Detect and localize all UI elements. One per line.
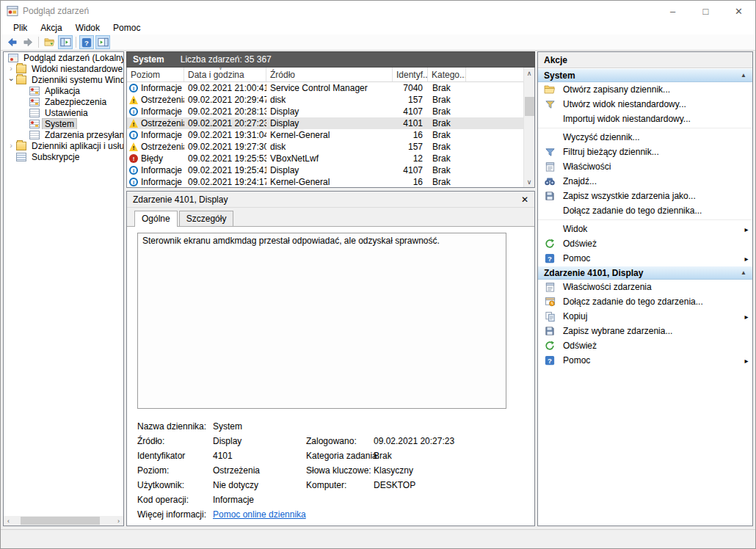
table-row[interactable]: Informacje 09.02.2021 19:31:04Kernel-Gen… — [127, 129, 523, 141]
submenu-arrow-icon: ▸ — [741, 357, 752, 365]
svg-text:?: ? — [548, 255, 552, 263]
tree-item-subscriptions[interactable]: Subskrypcje — [4, 151, 123, 162]
action-create-custom-view[interactable]: Utwórz widok niestandardowy... — [538, 97, 752, 112]
chevron-down-icon[interactable]: › — [7, 76, 15, 84]
divider — [538, 128, 752, 128]
field-label: Komputer: — [306, 480, 374, 490]
chevron-right-icon[interactable]: › — [7, 65, 15, 73]
tab-details[interactable]: Szczegóły — [179, 211, 234, 226]
tree-item-forwarded-events[interactable]: Zdarzenia przesyłane dale — [4, 129, 123, 140]
action-view-submenu[interactable]: Widok ▸ — [538, 222, 752, 236]
collapse-icon[interactable]: ▲ — [741, 269, 746, 276]
action-help-event[interactable]: ? Pomoc ▸ — [538, 353, 752, 368]
menu-akcja[interactable]: Akcja — [34, 21, 68, 34]
event-details-pane: Zdarzenie 4101, Display ✕ Ogólne Szczegó… — [126, 191, 535, 526]
action-attach-task-to-event[interactable]: Dołącz zadanie do tego zdarzenia... — [538, 294, 752, 309]
tree-item-app-services-logs[interactable]: › Dzienniki aplikacji i usług — [4, 140, 123, 151]
table-row[interactable]: Informacje 09.02.2021 19:25:41Display410… — [127, 164, 523, 176]
action-save-selected-events[interactable]: Zapisz wybrane zdarzenia... — [538, 324, 752, 338]
action-help[interactable]: ? Pomoc ▸ — [538, 251, 752, 266]
action-filter-current-log[interactable]: Filtruj bieżący dziennik... — [538, 145, 752, 159]
help-icon: ? — [544, 252, 556, 264]
show-action-pane-icon[interactable] — [95, 35, 110, 49]
close-button[interactable]: ✕ — [722, 1, 755, 21]
action-open-saved-log[interactable]: Otwórz zapisany dziennik... — [538, 82, 752, 97]
field-label: Więcej informacji: — [137, 509, 213, 520]
tree-item-windows-logs[interactable]: › Dzienniki systemu Windows — [4, 74, 123, 85]
scroll-up-icon[interactable]: ∧ — [524, 68, 534, 79]
minimize-button[interactable]: – — [656, 1, 689, 21]
attach-task-icon — [544, 296, 556, 308]
window-title: Podgląd zdarzeń — [23, 6, 89, 16]
menu-plik[interactable]: Plik — [7, 21, 34, 34]
action-refresh[interactable]: Odśwież — [538, 236, 752, 251]
log-title: System — [133, 54, 164, 65]
column-event-id[interactable]: Identyf... — [393, 68, 428, 81]
open-log-icon — [544, 84, 556, 95]
field-value: Ostrzeżenia — [213, 465, 306, 476]
column-datetime[interactable]: ∨Data i godzina — [184, 68, 266, 81]
maximize-button[interactable]: □ — [689, 1, 722, 21]
actions-section-system[interactable]: System ▲ — [538, 68, 752, 82]
column-level[interactable]: Poziom — [127, 68, 184, 81]
actions-section-event[interactable]: Zdarzenie 4101, Display ▲ — [538, 266, 752, 280]
field-value: 4101 — [213, 451, 306, 461]
action-attach-task-to-log[interactable]: Dołącz zadanie do tego dziennika... — [538, 203, 752, 218]
show-console-tree-icon[interactable] — [58, 35, 73, 49]
event-message-box[interactable]: Sterownik ekranu amdkmdag przestał odpow… — [137, 233, 506, 409]
event-viewer-window: Podgląd zdarzeń – □ ✕ Plik Akcja Widok P… — [0, 0, 756, 549]
action-properties[interactable]: Właściwości — [538, 159, 752, 174]
list-scrollbar[interactable]: ∧ ∨ — [523, 68, 534, 187]
table-row[interactable]: Błędy 09.02.2021 19:25:53VBoxNetLwf12Bra… — [127, 153, 523, 164]
forward-icon[interactable] — [21, 35, 35, 49]
table-row[interactable]: Ostrzeżenia 09.02.2021 20:29:47disk157Br… — [127, 94, 523, 106]
menu-pomoc[interactable]: Pomoc — [106, 21, 147, 34]
app-icon — [7, 5, 18, 17]
action-copy[interactable]: Kopiuj ▸ — [538, 309, 752, 324]
table-row[interactable]: Informacje 09.02.2021 19:24:17Kernel-Gen… — [127, 176, 523, 188]
scroll-down-icon[interactable]: ∨ — [524, 176, 534, 187]
table-row[interactable]: Ostrzeżenia 09.02.2021 19:27:30disk157Br… — [127, 141, 523, 153]
table-row-selected[interactable]: Ostrzeżenia 09.02.2021 20:27:23Display41… — [127, 117, 523, 129]
save-icon — [544, 190, 556, 202]
refresh-icon — [544, 238, 556, 250]
collapse-icon[interactable]: ▲ — [741, 72, 746, 79]
svg-text:?: ? — [84, 38, 89, 46]
tree-item-system[interactable]: System — [4, 118, 123, 129]
column-source[interactable]: Źródło — [266, 68, 393, 81]
menu-widok[interactable]: Widok — [69, 21, 106, 34]
event-message: Sterownik ekranu amdkmdag przestał odpow… — [142, 236, 440, 246]
scroll-right-icon[interactable]: › — [114, 516, 123, 526]
tree-item-application[interactable]: Aplikacja — [4, 85, 123, 96]
scrollbar-thumb[interactable] — [21, 517, 100, 525]
folder-icon — [16, 142, 26, 150]
action-import-custom-view[interactable]: Importuj widok niestandardowy... — [538, 112, 752, 126]
table-row[interactable]: Informacje 09.02.2021 20:28:13Display410… — [127, 106, 523, 117]
close-icon[interactable]: ✕ — [521, 194, 528, 205]
help-toolbar-icon[interactable]: ? — [79, 35, 94, 49]
field-label: Identyfikator — [137, 451, 213, 461]
tree-item-root[interactable]: Podgląd zdarzeń (Lokalny) — [4, 52, 123, 63]
tab-general[interactable]: Ogólne — [134, 211, 178, 227]
action-find[interactable]: Znajdź... — [538, 174, 752, 189]
action-clear-log[interactable]: Wyczyść dziennik... — [538, 130, 752, 145]
open-saved-log-icon[interactable] — [42, 35, 57, 49]
tree-item-custom-views[interactable]: › Widoki niestandardowe — [4, 63, 123, 74]
field-label: Kod operacji: — [137, 495, 213, 505]
main-area: Podgląd zdarzeń (Lokalny) › Widoki niest… — [1, 51, 755, 529]
column-category[interactable]: Katego... — [428, 68, 466, 81]
tree-item-setup[interactable]: Ustawienia — [4, 107, 123, 118]
tree-item-security[interactable]: Zabezpieczenia — [4, 96, 123, 107]
back-icon[interactable] — [4, 35, 19, 49]
table-row[interactable]: Informacje 09.02.2021 21:00:41Service Co… — [127, 82, 523, 94]
action-event-properties[interactable]: Właściwości zdarzenia — [538, 280, 752, 294]
action-refresh-event[interactable]: Odśwież — [538, 338, 752, 353]
tree-horizontal-scrollbar[interactable]: ‹ › — [4, 516, 123, 526]
chevron-right-icon[interactable]: › — [7, 142, 15, 150]
online-help-link[interactable]: Pomoc online dziennika — [213, 509, 306, 520]
warning-icon — [129, 95, 138, 104]
action-save-all-events[interactable]: Zapisz wszystkie zdarzenia jako... — [538, 189, 752, 203]
scrollbar-thumb[interactable] — [525, 97, 534, 116]
scroll-left-icon[interactable]: ‹ — [4, 516, 13, 526]
log-icon — [29, 109, 40, 117]
